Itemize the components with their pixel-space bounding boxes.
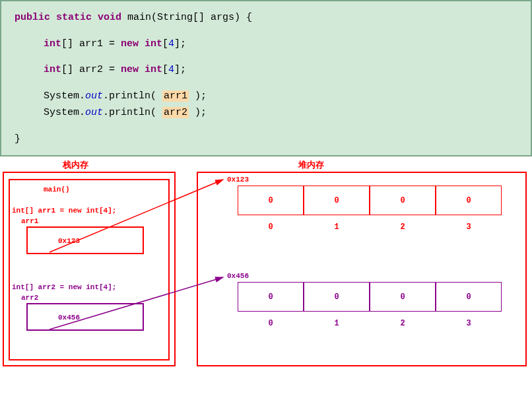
- arr2-idx-1: 1: [304, 319, 370, 328]
- arr1-idx-1: 1: [304, 222, 370, 232]
- arr2-cell-1: 0: [304, 282, 370, 312]
- heap-addr2: 0x456: [227, 272, 249, 280]
- arr1-address: 0x123: [58, 237, 80, 245]
- arr2-indices: 0 1 2 3: [238, 319, 502, 328]
- arr2-var-label: arr2: [21, 294, 38, 302]
- main-label: main(): [44, 186, 70, 193]
- arr1-idx-0: 0: [238, 222, 304, 232]
- method-signature: main(String[] args) {: [127, 12, 252, 23]
- arr2-cell-3: 0: [436, 282, 502, 312]
- arr2-cell-2: 0: [370, 282, 436, 312]
- arr1-heap-cells: 0 0 0 0: [238, 186, 502, 215]
- heap-memory-label: 堆内存: [298, 159, 324, 171]
- highlighted-var: arr2: [162, 107, 189, 118]
- code-line-1: public static void main(String[] args) {: [15, 9, 517, 26]
- arr2-address: 0x456: [58, 314, 80, 322]
- type-keyword: int: [44, 64, 61, 75]
- arr1-idx-2: 2: [370, 222, 436, 232]
- array-size: 4: [168, 38, 174, 50]
- arr1-idx-3: 3: [436, 222, 502, 232]
- memory-diagram: 栈内存 堆内存 main() int[] arr1 = new int[4]; …: [0, 156, 532, 368]
- arr1-declaration: int[] arr1 = new int[4];: [12, 207, 116, 215]
- type-keyword: int: [44, 38, 61, 50]
- arr2-idx-0: 0: [238, 319, 304, 328]
- code-block: public static void main(String[] args) {…: [0, 0, 532, 156]
- code-line-6: }: [15, 131, 517, 148]
- arr1-var-label: arr1: [21, 217, 38, 225]
- code-line-4: System.out.println( arr1 );: [15, 88, 517, 105]
- out-reference: out: [85, 107, 103, 118]
- arr2-heap-cells: 0 0 0 0: [238, 282, 502, 312]
- arr1-cell-1: 0: [304, 186, 370, 215]
- arr1-slot-box: [26, 226, 144, 254]
- heap-addr1: 0x123: [227, 176, 249, 184]
- arr2-idx-3: 3: [436, 319, 502, 328]
- keyword-declaration: public static void: [15, 12, 121, 23]
- array-size: 4: [168, 64, 174, 75]
- arr1-indices: 0 1 2 3: [238, 222, 502, 232]
- arr1-cell-2: 0: [370, 186, 436, 215]
- out-reference: out: [85, 90, 103, 102]
- new-keyword: new int: [121, 38, 162, 50]
- arr2-declaration: int[] arr2 = new int[4];: [12, 283, 116, 291]
- new-keyword: new int: [121, 64, 162, 75]
- arr1-cell-3: 0: [436, 186, 502, 215]
- arr2-idx-2: 2: [370, 319, 436, 328]
- arr1-cell-0: 0: [238, 186, 304, 215]
- highlighted-var: arr1: [162, 90, 189, 102]
- stack-memory-label: 栈内存: [63, 159, 88, 171]
- arr2-slot-box: [26, 303, 144, 331]
- code-line-2: int[] arr1 = new int[4];: [15, 36, 517, 53]
- code-line-3: int[] arr2 = new int[4];: [15, 61, 517, 79]
- code-line-5: System.out.println( arr2 );: [15, 104, 517, 121]
- arr2-cell-0: 0: [238, 282, 304, 312]
